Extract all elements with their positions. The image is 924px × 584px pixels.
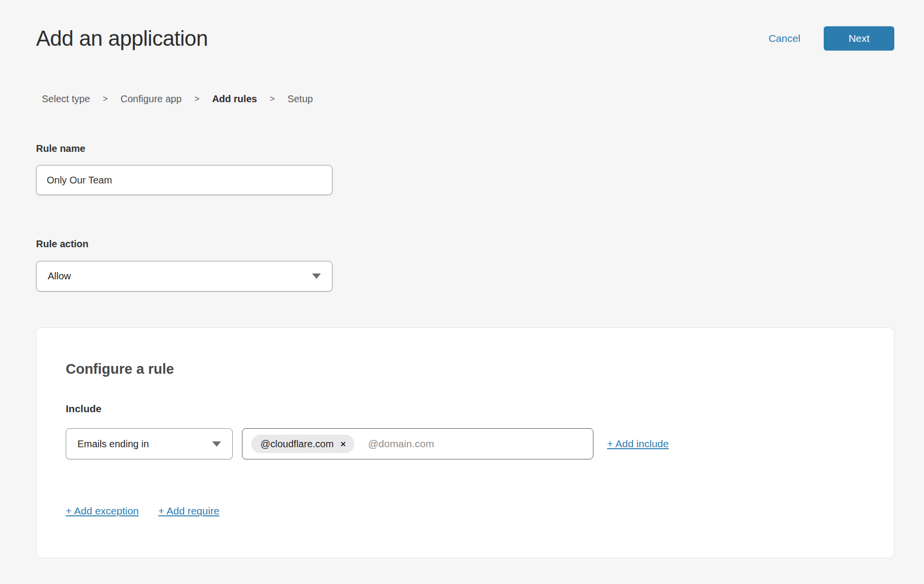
- breadcrumb-step-add-rules[interactable]: Add rules: [212, 93, 257, 105]
- breadcrumb-step-select-type[interactable]: Select type: [42, 93, 90, 105]
- add-application-page: Add an application Cancel Next Select ty…: [36, 0, 894, 558]
- next-button[interactable]: Next: [824, 26, 894, 51]
- rule-action-selected-value: Allow: [48, 271, 71, 282]
- add-exception-link[interactable]: + Add exception: [66, 505, 139, 517]
- configure-rule-card: Configure a rule Include Emails ending i…: [36, 328, 894, 558]
- rule-actions-links: + Add exception + Add require: [66, 505, 865, 517]
- breadcrumb-step-configure-app[interactable]: Configure app: [120, 93, 182, 105]
- add-require-link[interactable]: + Add require: [158, 505, 220, 517]
- breadcrumb: Select type > Configure app > Add rules …: [42, 93, 894, 105]
- rule-name-input[interactable]: [36, 165, 333, 195]
- rule-action-select[interactable]: Allow: [36, 261, 333, 292]
- remove-tag-icon[interactable]: ✕: [340, 440, 346, 448]
- page-title: Add an application: [36, 25, 208, 52]
- card-title: Configure a rule: [66, 361, 865, 377]
- include-label: Include: [66, 403, 865, 415]
- add-include-link[interactable]: + Add include: [607, 438, 669, 450]
- chevron-down-icon: [212, 441, 221, 447]
- include-type-select[interactable]: Emails ending in: [66, 428, 233, 459]
- breadcrumb-separator: >: [194, 94, 200, 104]
- breadcrumb-separator: >: [103, 94, 108, 104]
- cancel-button[interactable]: Cancel: [769, 33, 800, 44]
- chevron-down-icon: [312, 274, 321, 279]
- email-domain-tag: @cloudflare.com ✕: [251, 435, 354, 453]
- email-domain-tag-label: @cloudflare.com: [260, 438, 333, 450]
- breadcrumb-separator: >: [270, 94, 275, 104]
- breadcrumb-step-setup[interactable]: Setup: [287, 93, 313, 105]
- rule-name-label: Rule name: [36, 143, 894, 154]
- include-row: Emails ending in @cloudflare.com ✕ + Add…: [66, 428, 865, 459]
- header-actions: Cancel Next: [769, 26, 894, 51]
- domain-input[interactable]: [367, 438, 586, 450]
- include-type-selected-value: Emails ending in: [77, 438, 149, 450]
- include-values-field[interactable]: @cloudflare.com ✕: [242, 428, 593, 459]
- rule-action-label: Rule action: [36, 238, 894, 250]
- page-header: Add an application Cancel Next: [36, 25, 894, 52]
